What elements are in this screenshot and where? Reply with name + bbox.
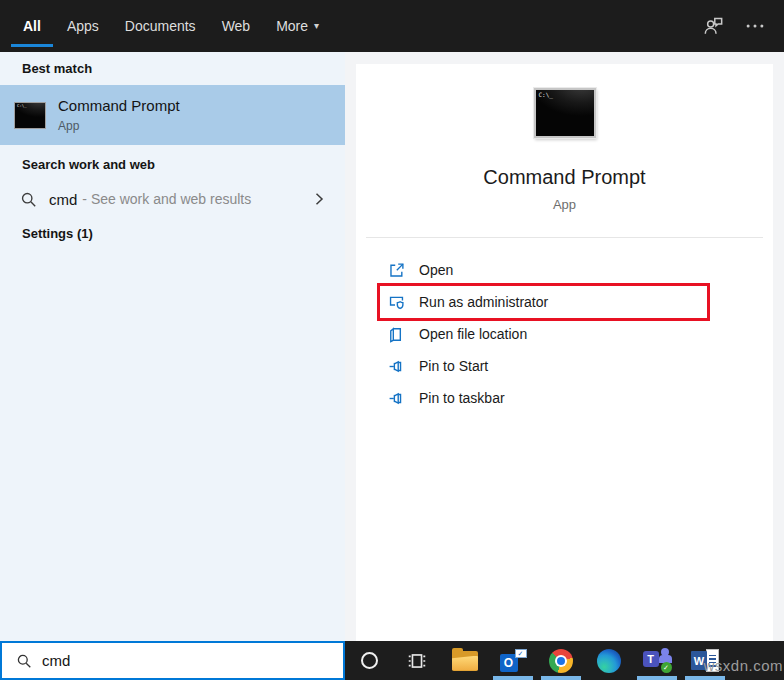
search-icon — [20, 191, 37, 208]
watermark-text: wsxdn.com — [703, 657, 783, 674]
tab-all-label: All — [23, 18, 41, 34]
preview-app-type: App — [356, 197, 773, 212]
admin-shield-icon — [388, 294, 405, 311]
web-result-query: cmd — [49, 191, 77, 208]
action-pin-to-start[interactable]: Pin to Start — [356, 350, 773, 382]
tab-more[interactable]: More ▾ — [263, 0, 332, 52]
action-open-file-location[interactable]: Open file location — [356, 318, 773, 350]
command-prompt-icon: C:\_ — [14, 102, 46, 129]
taskbar-task-view-button[interactable] — [393, 641, 441, 680]
command-prompt-icon-large: C:\_ — [534, 88, 596, 138]
action-open[interactable]: Open — [356, 254, 773, 286]
taskbar: O ✓ T ✓ — [345, 641, 784, 680]
taskbar-edge-button[interactable] — [585, 641, 633, 680]
divider — [366, 237, 763, 238]
context-actions: Open Run as administrator — [356, 254, 773, 414]
feedback-person-icon[interactable] — [702, 15, 724, 37]
tab-more-label: More — [276, 18, 308, 34]
web-result-description: - See work and web results — [82, 191, 251, 207]
search-results-panel: Best match C:\_ Command Prompt App Searc… — [0, 52, 345, 641]
chevron-down-icon: ▾ — [314, 21, 319, 31]
taskbar-chrome-button[interactable] — [537, 641, 585, 680]
launch-icon — [388, 262, 405, 279]
open-location-icon — [388, 326, 405, 343]
tab-apps-label: Apps — [67, 18, 99, 34]
preview-app-name: Command Prompt — [356, 166, 773, 189]
settings-heading: Settings (1) — [22, 226, 93, 241]
pin-icon — [388, 358, 405, 375]
taskbar-search-box[interactable] — [0, 641, 345, 680]
action-pin-start-label: Pin to Start — [419, 358, 488, 374]
windows-search-flyout: All Apps Documents Web More ▾ — [0, 0, 784, 680]
action-open-label: Open — [419, 262, 453, 278]
tab-web[interactable]: Web — [209, 0, 264, 52]
best-match-heading: Best match — [22, 61, 92, 76]
action-pin-to-taskbar[interactable]: Pin to taskbar — [356, 382, 773, 414]
search-web-heading: Search work and web — [22, 157, 155, 172]
tab-apps[interactable]: Apps — [54, 0, 112, 52]
open-app-indicator — [493, 676, 533, 680]
action-run-admin-label: Run as administrator — [419, 294, 548, 310]
search-filter-bar: All Apps Documents Web More ▾ — [0, 0, 784, 52]
filter-tabs: All Apps Documents Web More ▾ — [10, 0, 332, 52]
action-run-as-administrator[interactable]: Run as administrator — [356, 286, 773, 318]
tab-documents-label: Documents — [125, 18, 196, 34]
taskbar-cortana-button[interactable] — [345, 641, 393, 680]
teams-icon: T ✓ — [643, 648, 672, 673]
preview-card: C:\_ Command Prompt App Open — [356, 64, 773, 641]
best-match-type: App — [58, 119, 180, 133]
ellipsis-icon[interactable] — [744, 15, 766, 37]
open-app-indicator — [541, 676, 581, 680]
taskbar-teams-button[interactable]: T ✓ — [633, 641, 681, 680]
taskbar-outlook-button[interactable]: O ✓ — [489, 641, 537, 680]
search-input[interactable] — [42, 643, 343, 678]
file-explorer-icon — [452, 651, 478, 671]
best-match-result-command-prompt[interactable]: C:\_ Command Prompt App — [0, 85, 345, 145]
pin-icon — [388, 390, 405, 407]
task-view-icon — [406, 650, 428, 672]
preview-panel-bg: C:\_ Command Prompt App Open — [345, 52, 784, 641]
taskbar-file-explorer-button[interactable] — [441, 641, 489, 680]
open-app-indicator — [685, 676, 725, 680]
action-open-location-label: Open file location — [419, 326, 527, 342]
best-match-title: Command Prompt — [58, 97, 180, 114]
open-app-indicator — [637, 676, 677, 680]
search-icon — [16, 653, 32, 669]
tab-documents[interactable]: Documents — [112, 0, 209, 52]
edge-icon — [597, 649, 621, 673]
action-pin-taskbar-label: Pin to taskbar — [419, 390, 505, 406]
outlook-icon: O ✓ — [500, 649, 527, 672]
tab-all[interactable]: All — [10, 0, 54, 52]
cortana-icon — [361, 652, 378, 669]
tab-web-label: Web — [222, 18, 251, 34]
web-search-result[interactable]: cmd - See work and web results — [0, 182, 345, 216]
chevron-right-icon[interactable] — [311, 191, 327, 207]
chrome-icon — [549, 649, 573, 673]
